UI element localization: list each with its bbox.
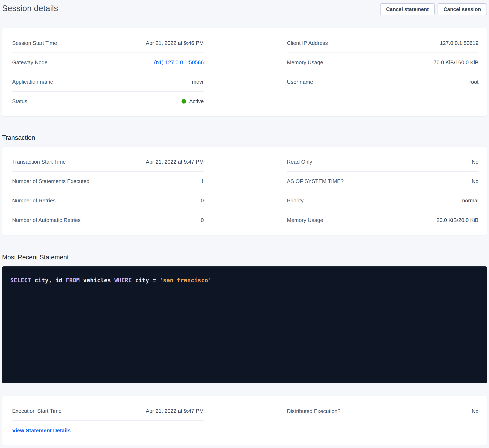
active-status-dot-icon [181, 99, 186, 104]
row-label: AS OF SYSTEM TIME? [287, 178, 343, 184]
statements-executed-row: Number of Statements Executed 1 [12, 172, 204, 191]
session-details-page: Session details Cancel statement Cancel … [0, 0, 489, 448]
row-value: No [472, 178, 479, 184]
row-value: 0 [201, 198, 204, 204]
execution-grid: Execution Start Time Apr 21, 2022 at 9:4… [2, 396, 487, 446]
row-label: Transaction Start Time [12, 159, 66, 165]
cancel-statement-button[interactable]: Cancel statement [380, 3, 435, 15]
row-value: root [469, 79, 479, 85]
row-value: 1 [201, 178, 204, 184]
retries-row: Number of Retries 0 [12, 191, 204, 210]
row-value: normal [462, 198, 479, 204]
sql-condition: city = [132, 277, 160, 284]
row-value: Apr 21, 2022 at 9:47 PM [146, 408, 204, 414]
sql-columns: city, id [31, 277, 66, 284]
row-label: Session Start Time [12, 40, 57, 46]
row-label: Number of Statements Executed [12, 178, 90, 184]
row-label: Distributed Execution? [287, 408, 340, 415]
transaction-left-column: Transaction Start Time Apr 21, 2022 at 9… [12, 152, 204, 230]
session-info-right-column: Client IP Address 127.0.0.1:50619 Memory… [287, 33, 479, 92]
status-text: Active [189, 98, 204, 105]
session-info-grid: Session Start Time Apr 21, 2022 at 9:46 … [2, 28, 487, 116]
priority-row: Priority normal [287, 191, 479, 210]
sql-keyword: FROM [66, 277, 80, 284]
sql-table: vehicles [80, 277, 114, 284]
execution-card: Execution Start Time Apr 21, 2022 at 9:4… [2, 396, 487, 446]
row-label: Status [12, 98, 27, 105]
row-value: 127.0.0.1:50619 [440, 40, 479, 46]
gateway-node-row: Gateway Node (n1) 127.0.0.1:50566 [12, 53, 204, 72]
row-value: Apr 21, 2022 at 9:47 PM [146, 159, 204, 165]
automatic-retries-row: Number of Automatic Retries 0 [12, 210, 204, 230]
sql-string-literal: 'san francisco' [160, 277, 212, 284]
read-only-row: Read Only No [287, 152, 479, 172]
sql-statement-box: SELECT city, id FROM vehicles WHERE city… [2, 266, 487, 383]
transaction-section-heading: Transaction [2, 134, 487, 142]
session-memory-usage-row: Memory Usage 70.0 KiB/160.0 KiB [287, 53, 479, 72]
session-info-left-column: Session Start Time Apr 21, 2022 at 9:46 … [12, 33, 204, 111]
execution-right-column: Distributed Execution? No [287, 401, 479, 421]
row-value: movr [192, 79, 204, 85]
page-header: Session details Cancel statement Cancel … [2, 0, 487, 20]
row-value: Apr 21, 2022 at 9:46 PM [146, 40, 204, 46]
cancel-session-button[interactable]: Cancel session [438, 3, 487, 15]
row-label: Read Only [287, 159, 312, 165]
statement-section-heading: Most Recent Statement [2, 253, 487, 261]
transaction-start-time-row: Transaction Start Time Apr 21, 2022 at 9… [12, 152, 204, 172]
as-of-system-time-row: AS OF SYSTEM TIME? No [287, 172, 479, 191]
row-label: Priority [287, 198, 304, 204]
transaction-memory-usage-row: Memory Usage 20.0 KiB/20.0 KiB [287, 210, 479, 230]
row-label: Number of Automatic Retries [12, 217, 81, 223]
gateway-node-link[interactable]: (n1) 127.0.0.1:50566 [154, 59, 204, 66]
sql-statement-text: SELECT city, id FROM vehicles WHERE city… [10, 276, 479, 284]
view-statement-details-link[interactable]: View Statement Details [12, 427, 71, 434]
row-label: User name [287, 79, 313, 85]
execution-start-time-row: Execution Start Time Apr 21, 2022 at 9:4… [12, 401, 204, 421]
row-label: Client IP Address [287, 40, 328, 46]
page-title: Session details [2, 3, 58, 13]
row-value: No [472, 159, 479, 165]
row-label: Execution Start Time [12, 408, 62, 414]
status-row: Status Active [12, 92, 204, 111]
header-actions: Cancel statement Cancel session [380, 3, 487, 15]
row-label: Memory Usage [287, 217, 323, 223]
transaction-grid: Transaction Start Time Apr 21, 2022 at 9… [2, 147, 487, 235]
row-label: Number of Retries [12, 198, 56, 204]
row-label: Gateway Node [12, 59, 48, 66]
session-start-time-row: Session Start Time Apr 21, 2022 at 9:46 … [12, 33, 204, 53]
status-badge: Active [181, 98, 204, 105]
transaction-right-column: Read Only No AS OF SYSTEM TIME? No Prior… [287, 152, 479, 230]
transaction-card: Transaction Start Time Apr 21, 2022 at 9… [2, 147, 487, 235]
sql-keyword: WHERE [114, 277, 132, 284]
distributed-execution-row: Distributed Execution? No [287, 401, 479, 421]
row-value: 20.0 KiB/20.0 KiB [437, 217, 479, 223]
sql-keyword: SELECT [10, 277, 31, 284]
row-value: 0 [201, 217, 204, 223]
execution-left-column: Execution Start Time Apr 21, 2022 at 9:4… [12, 401, 204, 440]
row-label: Memory Usage [287, 59, 323, 66]
row-value: 70.0 KiB/160.0 KiB [434, 59, 479, 66]
application-name-row: Application name movr [12, 72, 204, 92]
row-value: No [472, 408, 479, 415]
row-label: Application name [12, 79, 53, 85]
view-statement-details-row: View Statement Details [12, 421, 204, 440]
session-info-card: Session Start Time Apr 21, 2022 at 9:46 … [2, 28, 487, 116]
client-ip-row: Client IP Address 127.0.0.1:50619 [287, 33, 479, 53]
user-name-row: User name root [287, 72, 479, 92]
